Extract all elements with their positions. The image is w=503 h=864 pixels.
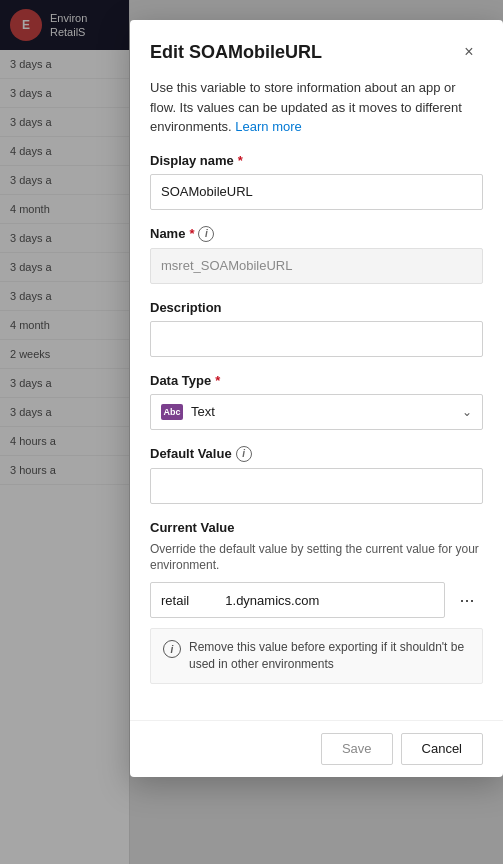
display-name-group: Display name * [150,153,483,210]
learn-more-link[interactable]: Learn more [235,119,301,134]
intro-text: Use this variable to store information a… [150,78,483,137]
warning-icon: i [163,640,181,658]
default-value-label: Default Value i [150,446,483,462]
data-type-group: Data Type * Abc Text ⌄ [150,373,483,430]
cancel-button[interactable]: Cancel [401,733,483,765]
display-name-input[interactable] [150,174,483,210]
data-type-dropdown-wrapper: Abc Text ⌄ [150,394,483,430]
modal-title: Edit SOAMobileURL [150,42,322,63]
default-value-input[interactable] [150,468,483,504]
chevron-down-icon: ⌄ [462,405,472,419]
ellipsis-button[interactable]: ··· [451,584,483,616]
description-group: Description [150,300,483,357]
default-value-group: Default Value i [150,446,483,504]
current-value-input[interactable] [150,582,445,618]
name-label: Name * i [150,226,483,242]
description-input[interactable] [150,321,483,357]
name-group: Name * i [150,226,483,284]
description-label: Description [150,300,483,315]
warning-box: i Remove this value before exporting if … [150,628,483,684]
current-value-section: Current Value Override the default value… [150,520,483,684]
modal-footer: Save Cancel [130,720,503,777]
data-type-value: Text [191,404,454,419]
current-value-description: Override the default value by setting th… [150,541,483,575]
name-required: * [189,226,194,241]
edit-modal: Edit SOAMobileURL × Use this variable to… [130,20,503,777]
name-info-icon: i [198,226,214,242]
data-type-dropdown[interactable]: Abc Text ⌄ [150,394,483,430]
modal-header: Edit SOAMobileURL × [130,20,503,78]
name-input [150,248,483,284]
save-button[interactable]: Save [321,733,393,765]
current-value-input-wrapper: ··· [150,582,483,618]
warning-text: Remove this value before exporting if it… [189,639,470,673]
modal-body: Use this variable to store information a… [130,78,503,720]
data-type-required: * [215,373,220,388]
display-name-required: * [238,153,243,168]
default-value-info-icon: i [236,446,252,462]
data-type-label: Data Type * [150,373,483,388]
close-button[interactable]: × [455,38,483,66]
type-icon: Abc [161,404,183,420]
current-value-label: Current Value [150,520,483,535]
display-name-label: Display name * [150,153,483,168]
